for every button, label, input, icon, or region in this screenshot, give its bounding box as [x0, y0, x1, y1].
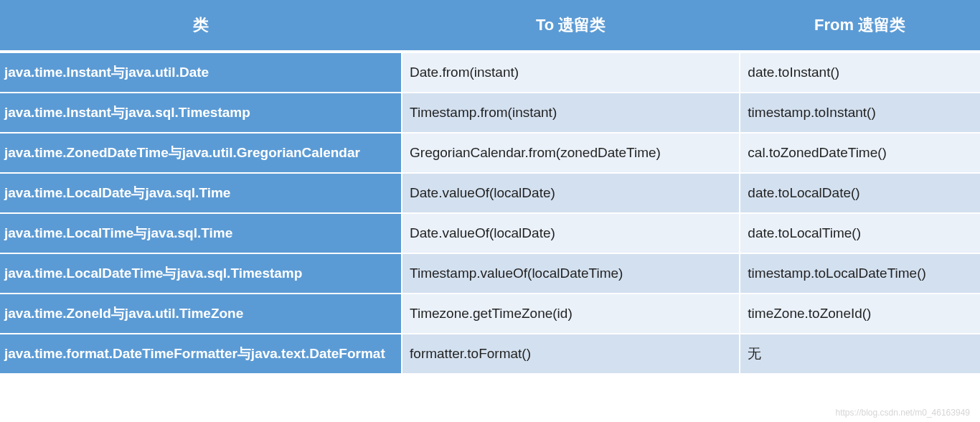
cell-from: timestamp.toLocalDateTime()	[740, 253, 980, 294]
table-row: java.time.ZonedDateTime与java.util.Gregor…	[0, 133, 980, 173]
cell-to: GregorianCalendar.from(zonedDateTime)	[402, 133, 740, 173]
cell-from: timestamp.toInstant()	[740, 93, 980, 133]
cell-to: Timestamp.from(instant)	[402, 93, 740, 133]
cell-from: 无	[740, 334, 980, 374]
cell-from: date.toLocalTime()	[740, 213, 980, 253]
header-to-legacy: To 遗留类	[402, 0, 740, 52]
cell-to: Date.valueOf(localDate)	[402, 213, 740, 253]
cell-to: formatter.toFormat()	[402, 334, 740, 374]
header-from-legacy: From 遗留类	[740, 0, 980, 52]
cell-class: java.time.LocalTime与java.sql.Time	[0, 213, 402, 253]
cell-class: java.time.LocalDateTime与java.sql.Timesta…	[0, 253, 402, 294]
cell-from: cal.toZonedDateTime()	[740, 133, 980, 173]
cell-class: java.time.Instant与java.sql.Timestamp	[0, 93, 402, 133]
table-body: java.time.Instant与java.util.Date Date.fr…	[0, 52, 980, 374]
table-row: java.time.LocalTime与java.sql.Time Date.v…	[0, 213, 980, 253]
table-row: java.time.ZoneId与java.util.TimeZone Time…	[0, 294, 980, 334]
java-time-conversion-table: 类 To 遗留类 From 遗留类 java.time.Instant与java…	[0, 0, 980, 375]
table-row: java.time.Instant与java.sql.Timestamp Tim…	[0, 93, 980, 133]
cell-class: java.time.LocalDate与java.sql.Time	[0, 173, 402, 213]
cell-from: timeZone.toZoneId()	[740, 294, 980, 334]
table-row: java.time.Instant与java.util.Date Date.fr…	[0, 52, 980, 93]
table-row: java.time.LocalDate与java.sql.Time Date.v…	[0, 173, 980, 213]
cell-to: Date.from(instant)	[402, 52, 740, 93]
cell-from: date.toLocalDate()	[740, 173, 980, 213]
table-row: java.time.LocalDateTime与java.sql.Timesta…	[0, 253, 980, 294]
cell-to: Timezone.getTimeZone(id)	[402, 294, 740, 334]
table-header-row: 类 To 遗留类 From 遗留类	[0, 0, 980, 52]
header-class: 类	[0, 0, 402, 52]
cell-to: Timestamp.valueOf(localDateTime)	[402, 253, 740, 294]
cell-class: java.time.ZonedDateTime与java.util.Gregor…	[0, 133, 402, 173]
cell-to: Date.valueOf(localDate)	[402, 173, 740, 213]
cell-class: java.time.ZoneId与java.util.TimeZone	[0, 294, 402, 334]
cell-class: java.time.format.DateTimeFormatter与java.…	[0, 334, 402, 374]
table-row: java.time.format.DateTimeFormatter与java.…	[0, 334, 980, 374]
cell-class: java.time.Instant与java.util.Date	[0, 52, 402, 93]
cell-from: date.toInstant()	[740, 52, 980, 93]
